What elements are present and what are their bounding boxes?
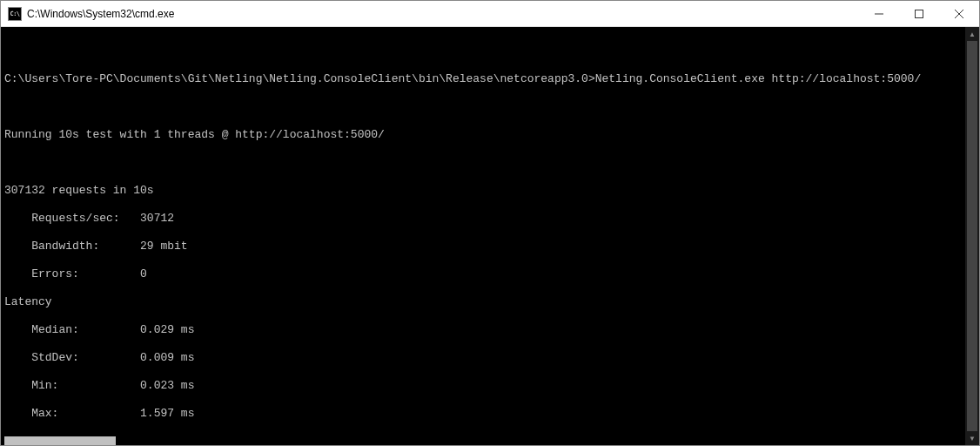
histogram-bar [4, 436, 116, 445]
output-line [4, 44, 962, 58]
stat-label: Bandwidth: [4, 240, 140, 253]
stat-value: 0 [140, 267, 147, 280]
stat-value: 30712 [140, 212, 174, 225]
prompt-line: C:\Users\Tore-PC\Documents\Git\Netling\N… [4, 72, 962, 86]
stat-value: 29 mbit [140, 240, 188, 253]
prompt-path: C:\Users\Tore-PC\Documents\Git\Netling\N… [4, 72, 595, 85]
stat-value: 0.023 ms [140, 379, 194, 392]
stat-line: Bandwidth: 29 mbit [4, 240, 962, 253]
scroll-down-icon[interactable]: ▼ [965, 431, 979, 445]
close-button[interactable] [939, 1, 979, 26]
cmd-icon: C:\ [8, 7, 22, 21]
minimize-button[interactable] [859, 1, 899, 26]
scroll-up-icon[interactable]: ▲ [965, 27, 979, 41]
stat-value: 0.029 ms [140, 323, 194, 336]
scrollbar-thumb[interactable] [967, 41, 977, 431]
scrollbar[interactable]: ▲ ▼ [965, 27, 979, 445]
latency-histogram [4, 436, 962, 445]
summary-line: 307132 requests in 10s [4, 184, 962, 198]
stat-line: Requests/sec: 30712 [4, 212, 962, 226]
title-bar: C:\ C:\Windows\System32\cmd.exe [1, 1, 979, 27]
output-line [4, 156, 962, 170]
stat-line: Max: 1.597 ms [4, 407, 962, 421]
stat-line: Errors: 0 [4, 267, 962, 281]
stat-value: 0.009 ms [140, 351, 194, 364]
output-line [4, 100, 962, 114]
stat-line: Min: 0.023 ms [4, 379, 962, 393]
stat-label: Errors: [4, 267, 140, 280]
stat-label: Median: [4, 323, 140, 336]
stat-line: Median: 0.029 ms [4, 323, 962, 337]
maximize-button[interactable] [899, 1, 939, 26]
terminal-area: C:\Users\Tore-PC\Documents\Git\Netling\N… [1, 27, 979, 445]
window-title: C:\Windows\System32\cmd.exe [27, 8, 859, 20]
stat-label: StdDev: [4, 351, 140, 364]
stat-value: 1.597 ms [140, 407, 194, 420]
command-text: Netling.ConsoleClient.exe http://localho… [595, 72, 921, 85]
stat-label: Min: [4, 379, 140, 392]
latency-header: Latency [4, 295, 962, 309]
window-controls [859, 1, 979, 26]
run-header: Running 10s test with 1 threads @ http:/… [4, 128, 962, 142]
stat-label: Max: [4, 407, 140, 420]
terminal[interactable]: C:\Users\Tore-PC\Documents\Git\Netling\N… [1, 27, 965, 445]
svg-rect-1 [916, 10, 923, 17]
stat-label: Requests/sec: [4, 212, 140, 225]
stat-line: StdDev: 0.009 ms [4, 351, 962, 365]
